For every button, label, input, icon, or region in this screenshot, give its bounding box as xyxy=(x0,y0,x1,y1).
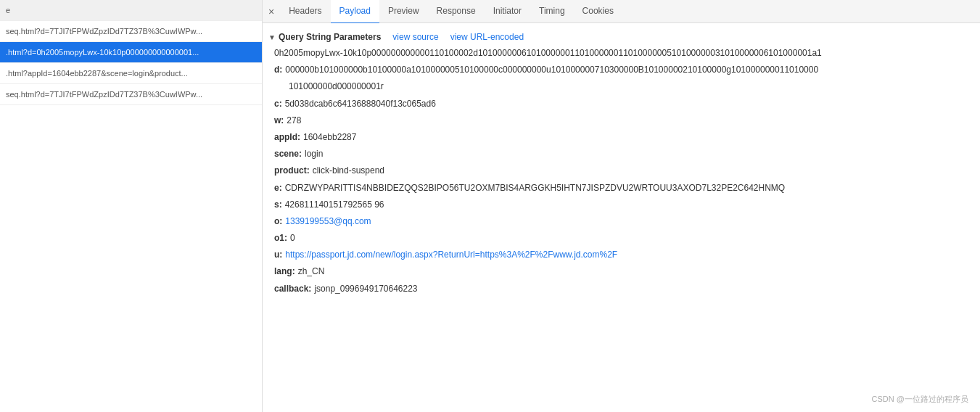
view-source-link[interactable]: view source xyxy=(392,32,438,42)
param-row-o: o: 1339199553@qq.com xyxy=(274,213,968,230)
tab-initiator[interactable]: Initiator xyxy=(485,0,530,24)
param-o-value: 1339199553@qq.com xyxy=(285,215,371,228)
param-w-value: 278 xyxy=(287,114,301,128)
param-e-key: e: xyxy=(274,181,282,195)
watermark: CSDN @一位路过的程序员 xyxy=(872,394,968,405)
param-d-key: d: xyxy=(274,63,282,77)
param-scene-key: scene: xyxy=(274,147,302,161)
param-c-key: c: xyxy=(274,97,282,111)
tab-payload[interactable]: Payload xyxy=(331,0,379,24)
param-w-key: w: xyxy=(274,114,284,128)
param-o1-value: 0 xyxy=(290,231,295,245)
param-row-callback: callback: jsonp_0996949170646223 xyxy=(274,281,968,297)
left-panel: e seq.html?d=7TJI7tFPWdZpzIDd7TZ37B%3Cuw… xyxy=(0,0,263,412)
params-content: 0h2005mopyLwx-10k10p00000000000011010000… xyxy=(263,45,980,297)
param-callback-value: jsonp_0996949170646223 xyxy=(314,282,417,296)
param-e-value: CDRZWYPARITTIS4NBBIDEZQQS2BIPO56TU2OXM7B… xyxy=(285,181,786,195)
param-d-cont-value: 000000b101000000b10100000a10100000051010… xyxy=(285,63,818,77)
tab-headers[interactable]: Headers xyxy=(280,0,330,24)
left-item-1[interactable]: e xyxy=(0,0,262,21)
tab-preview[interactable]: Preview xyxy=(379,0,428,24)
view-url-encoded-link[interactable]: view URL-encoded xyxy=(450,32,524,42)
param-c-value: 5d038dcab6c64136888040f13c065ad6 xyxy=(285,97,436,111)
param-row-appid: appId: 1604ebb2287 xyxy=(274,129,968,146)
param-row-d-cont: d: 000000b101000000b10100000a10100000051… xyxy=(274,62,968,78)
param-product-value: click-bind-suspend xyxy=(313,164,384,178)
param-lang-key: lang: xyxy=(274,265,295,279)
param-appid-key: appId: xyxy=(274,131,300,144)
param-d-raw-value: 0h2005mopyLwx-10k10p00000000000011010000… xyxy=(274,46,822,60)
param-lang-value: zh_CN xyxy=(298,265,325,279)
param-row-product: product: click-bind-suspend xyxy=(274,162,968,179)
right-panel: × Headers Payload Preview Response Initi… xyxy=(263,0,980,412)
param-o1-key: o1: xyxy=(274,231,287,245)
tab-response[interactable]: Response xyxy=(428,0,485,24)
param-row-s: s: 426811140151792565 96 xyxy=(274,197,968,213)
param-row-d-raw: 0h2005mopyLwx-10k10p00000000000011010000… xyxy=(274,45,968,62)
param-row-scene: scene: login xyxy=(274,146,968,162)
param-scene-value: login xyxy=(305,147,323,161)
triangle-icon: ▼ xyxy=(268,33,276,41)
param-u-key: u: xyxy=(274,248,282,262)
section-title-text: Query String Parameters xyxy=(279,32,381,42)
param-row-e: e: CDRZWYPARITTIS4NBBIDEZQQS2BIPO56TU2OX… xyxy=(274,180,968,197)
content-area: ▼ Query String Parameters view source vi… xyxy=(263,23,980,412)
param-product-key: product: xyxy=(274,164,310,178)
param-row-w: w: 278 xyxy=(274,112,968,129)
section-title: ▼ Query String Parameters xyxy=(268,32,381,42)
param-s-value: 426811140151792565 96 xyxy=(285,198,384,212)
param-row-lang: lang: zh_CN xyxy=(274,263,968,280)
param-d-cont2-value: 101000000d000000001r xyxy=(289,80,384,94)
param-o-key: o: xyxy=(274,215,282,228)
left-item-4[interactable]: .html?appId=1604ebb2287&scene=login&prod… xyxy=(0,63,262,84)
param-row-d-cont2: 101000000d000000001r xyxy=(274,78,968,95)
tabs-bar: × Headers Payload Preview Response Initi… xyxy=(263,0,980,23)
tab-cookies[interactable]: Cookies xyxy=(574,0,622,24)
param-u-value: https://passport.jd.com/new/login.aspx?R… xyxy=(285,248,617,262)
param-row-o1: o1: 0 xyxy=(274,230,968,247)
query-section-header: ▼ Query String Parameters view source vi… xyxy=(263,29,980,45)
tab-timing[interactable]: Timing xyxy=(530,0,574,24)
left-item-3[interactable]: .html?d=0h2005mopyLwx-10k10p000000000000… xyxy=(0,42,262,63)
tab-close-button[interactable]: × xyxy=(268,7,274,17)
param-callback-key: callback: xyxy=(274,282,311,296)
param-row-c: c: 5d038dcab6c64136888040f13c065ad6 xyxy=(274,96,968,112)
param-s-key: s: xyxy=(274,198,282,212)
param-appid-value: 1604ebb2287 xyxy=(303,131,356,144)
left-item-5[interactable]: seq.html?d=7TJI7tFPWdZpzIDd7TZ37B%3CuwIW… xyxy=(0,84,262,105)
param-row-u: u: https://passport.jd.com/new/login.asp… xyxy=(274,247,968,263)
left-item-2[interactable]: seq.html?d=7TJI7tFPWdZpzIDd7TZ37B%3CuwIW… xyxy=(0,21,262,42)
